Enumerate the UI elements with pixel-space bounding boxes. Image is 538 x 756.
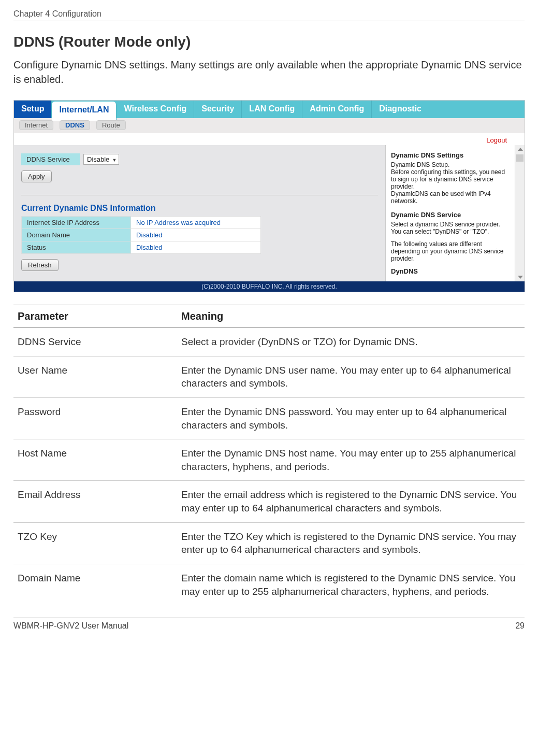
ui-left-panel: DDNS Service Disable ▼ Apply Current Dyn…: [14, 145, 385, 281]
table-header-meaning: Meaning: [177, 305, 525, 328]
scroll-thumb[interactable]: [516, 154, 524, 162]
param-meaning: Enter the Dynamic DNS password. You may …: [177, 397, 525, 439]
subtab-route[interactable]: Route: [96, 120, 126, 130]
divider: [21, 195, 378, 195]
help-heading-settings: Dynamic DNS Settings: [391, 151, 510, 159]
table-row: TZO Key Enter the TZO Key which is regis…: [13, 522, 525, 564]
logout-row: Logout: [14, 133, 525, 145]
apply-button[interactable]: Apply: [21, 170, 52, 182]
param-name: Host Name: [13, 439, 177, 481]
chevron-down-icon: ▼: [112, 158, 117, 163]
intro-text: Configure Dynamic DNS settings. Many set…: [13, 58, 525, 87]
param-meaning: Enter the Dynamic DNS user name. You may…: [177, 356, 525, 397]
main-tabs: Setup Internet/LAN Wireless Config Secur…: [14, 101, 525, 118]
info-value: Disabled: [131, 241, 261, 254]
info-value: No IP Address was acquired: [131, 217, 261, 229]
ddns-service-label: DDNS Service: [21, 153, 80, 165]
table-row: DDNS Service Select a provider (DynDNS o…: [13, 328, 525, 356]
table-row: Domain Name Disabled: [22, 229, 261, 241]
table-header-parameter: Parameter: [13, 305, 177, 328]
ddns-service-select[interactable]: Disable ▼: [83, 154, 119, 165]
param-name: Password: [13, 397, 177, 439]
subtab-internet[interactable]: Internet: [19, 120, 53, 130]
info-label: Internet Side IP Address: [22, 217, 131, 229]
param-meaning: Select a provider (DynDNS or TZO) for Dy…: [177, 328, 525, 356]
tab-internet-lan[interactable]: Internet/LAN: [52, 102, 117, 121]
table-row: User Name Enter the Dynamic DNS user nam…: [13, 356, 525, 397]
help-text: Dynamic DNS Setup. Before configuring th…: [391, 161, 510, 205]
table-row: Domain Name Enter the domain name which …: [13, 564, 525, 606]
logout-link[interactable]: Logout: [486, 136, 507, 144]
ddns-select-value: Disable: [87, 155, 109, 163]
help-cutoff: DynDNS: [391, 267, 510, 275]
table-row: Email Address Enter the email address wh…: [13, 481, 525, 522]
current-dns-info-table: Internet Side IP Address No IP Address w…: [21, 216, 261, 254]
param-name: User Name: [13, 356, 177, 397]
parameter-table: Parameter Meaning DDNS Service Select a …: [13, 305, 525, 605]
tab-lan-config[interactable]: LAN Config: [242, 101, 302, 118]
page-number: 29: [515, 621, 525, 631]
tab-admin-config[interactable]: Admin Config: [302, 101, 372, 118]
table-row: Host Name Enter the Dynamic DNS host nam…: [13, 439, 525, 481]
info-label: Domain Name: [22, 229, 131, 241]
scroll-down-icon[interactable]: [518, 276, 523, 279]
page-header: Chapter 4 Configuration: [13, 9, 525, 21]
table-row: Internet Side IP Address No IP Address w…: [22, 217, 261, 229]
param-name: Domain Name: [13, 564, 177, 606]
help-heading-service: Dynamic DNS Service: [391, 211, 510, 219]
manual-title: WBMR-HP-GNV2 User Manual: [13, 621, 128, 631]
ui-help-panel: Dynamic DNS Settings Dynamic DNS Setup. …: [385, 145, 525, 281]
param-meaning: Enter the Dynamic DNS host name. You may…: [177, 439, 525, 481]
table-row: Password Enter the Dynamic DNS password.…: [13, 397, 525, 439]
subtab-ddns[interactable]: DDNS: [60, 120, 90, 130]
param-meaning: Enter the email address which is registe…: [177, 481, 525, 522]
help-text: The following values are different depen…: [391, 240, 510, 262]
router-ui-screenshot: Setup Internet/LAN Wireless Config Secur…: [13, 100, 525, 292]
param-name: TZO Key: [13, 522, 177, 564]
page-footer: WBMR-HP-GNV2 User Manual 29: [13, 618, 525, 631]
tab-wireless-config[interactable]: Wireless Config: [117, 101, 194, 118]
section-title: DDNS (Router Mode only): [13, 34, 525, 50]
param-meaning: Enter the domain name which is registere…: [177, 564, 525, 606]
current-dns-title: Current Dynamic DNS Information: [21, 204, 378, 213]
tab-setup[interactable]: Setup: [14, 101, 52, 118]
refresh-button[interactable]: Refresh: [21, 259, 59, 271]
help-text: Select a dynamic DNS service provider. Y…: [391, 221, 510, 235]
scroll-up-icon[interactable]: [518, 148, 523, 151]
table-row: Status Disabled: [22, 241, 261, 254]
scrollbar[interactable]: [515, 145, 525, 281]
info-value: Disabled: [131, 229, 261, 241]
param-name: Email Address: [13, 481, 177, 522]
tab-diagnostic[interactable]: Diagnostic: [372, 101, 429, 118]
chapter-label: Chapter 4 Configuration: [13, 9, 101, 19]
tab-security[interactable]: Security: [194, 101, 242, 118]
param-name: DDNS Service: [13, 328, 177, 356]
param-meaning: Enter the TZO Key which is registered to…: [177, 522, 525, 564]
info-label: Status: [22, 241, 131, 254]
copyright-bar: (C)2000-2010 BUFFALO INC. All rights res…: [14, 281, 525, 292]
